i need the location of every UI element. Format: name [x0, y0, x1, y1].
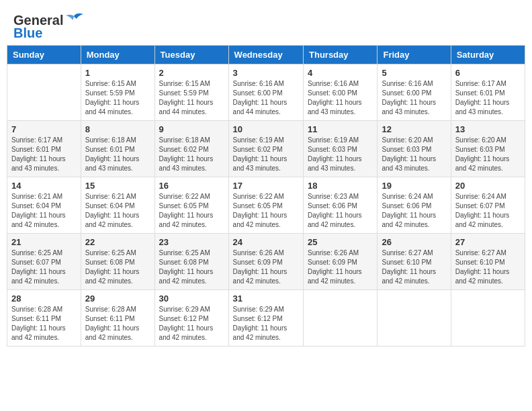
- calendar-cell: [304, 290, 378, 347]
- calendar-cell: 28 Sunrise: 6:28 AM Sunset: 6:11 PM Dayl…: [7, 290, 81, 347]
- daylight-text: Daylight: 11 hours and 42 minutes.: [455, 267, 521, 286]
- calendar-cell: 16 Sunrise: 6:22 AM Sunset: 6:05 PM Dayl…: [154, 177, 228, 234]
- sunrise-text: Sunrise: 6:16 AM: [233, 79, 299, 89]
- day-number: 4: [308, 68, 373, 78]
- sunset-text: Sunset: 6:09 PM: [308, 258, 373, 267]
- sunrise-text: Sunrise: 6:21 AM: [11, 192, 77, 201]
- calendar-cell: 7 Sunrise: 6:17 AM Sunset: 6:01 PM Dayli…: [7, 121, 81, 177]
- daylight-text: Daylight: 11 hours and 42 minutes.: [159, 267, 224, 286]
- daylight-text: Daylight: 11 hours and 43 minutes.: [85, 154, 150, 173]
- calendar-cell: [7, 64, 81, 121]
- sunrise-text: Sunrise: 6:23 AM: [308, 192, 373, 201]
- sunset-text: Sunset: 6:07 PM: [455, 201, 521, 211]
- day-info: Sunrise: 6:27 AM Sunset: 6:10 PM Dayligh…: [455, 248, 521, 286]
- sunset-text: Sunset: 6:12 PM: [233, 314, 299, 324]
- daylight-text: Daylight: 11 hours and 44 minutes.: [233, 98, 299, 117]
- sunrise-text: Sunrise: 6:19 AM: [308, 136, 373, 145]
- calendar-cell: 6 Sunrise: 6:17 AM Sunset: 6:01 PM Dayli…: [451, 64, 525, 121]
- sunrise-text: Sunrise: 6:15 AM: [85, 79, 150, 89]
- sunset-text: Sunset: 6:03 PM: [382, 145, 446, 154]
- calendar-week-row: 1 Sunrise: 6:15 AM Sunset: 5:59 PM Dayli…: [7, 64, 525, 121]
- day-info: Sunrise: 6:25 AM Sunset: 6:08 PM Dayligh…: [159, 248, 224, 286]
- calendar-cell: [378, 290, 451, 347]
- sunrise-text: Sunrise: 6:17 AM: [11, 136, 77, 145]
- day-number: 31: [233, 293, 299, 304]
- calendar-cell: 31 Sunrise: 6:29 AM Sunset: 6:12 PM Dayl…: [228, 290, 303, 347]
- daylight-text: Daylight: 11 hours and 42 minutes.: [11, 267, 77, 286]
- day-number: 17: [233, 181, 299, 191]
- daylight-text: Daylight: 11 hours and 42 minutes.: [85, 267, 150, 286]
- sunset-text: Sunset: 6:08 PM: [85, 258, 150, 267]
- weekday-header-row: SundayMondayTuesdayWednesdayThursdayFrid…: [7, 46, 525, 64]
- daylight-text: Daylight: 11 hours and 44 minutes.: [85, 98, 150, 117]
- calendar-week-row: 14 Sunrise: 6:21 AM Sunset: 6:04 PM Dayl…: [7, 177, 525, 234]
- day-info: Sunrise: 6:15 AM Sunset: 5:59 PM Dayligh…: [159, 79, 224, 117]
- sunrise-text: Sunrise: 6:29 AM: [159, 305, 224, 314]
- sunrise-text: Sunrise: 6:25 AM: [11, 248, 77, 258]
- daylight-text: Daylight: 11 hours and 42 minutes.: [85, 324, 150, 342]
- calendar-cell: [451, 290, 525, 347]
- calendar-cell: 19 Sunrise: 6:24 AM Sunset: 6:06 PM Dayl…: [378, 177, 451, 234]
- calendar-cell: 30 Sunrise: 6:29 AM Sunset: 6:12 PM Dayl…: [154, 290, 228, 347]
- sunrise-text: Sunrise: 6:16 AM: [382, 79, 446, 89]
- day-number: 15: [85, 181, 150, 191]
- day-number: 24: [233, 237, 299, 247]
- calendar-cell: 29 Sunrise: 6:28 AM Sunset: 6:11 PM Dayl…: [81, 290, 154, 347]
- sunset-text: Sunset: 6:11 PM: [85, 314, 150, 324]
- sunrise-text: Sunrise: 6:16 AM: [308, 79, 373, 89]
- calendar-week-row: 21 Sunrise: 6:25 AM Sunset: 6:07 PM Dayl…: [7, 234, 525, 290]
- day-number: 21: [11, 237, 77, 247]
- calendar-cell: 3 Sunrise: 6:16 AM Sunset: 6:00 PM Dayli…: [228, 64, 303, 121]
- day-number: 9: [159, 124, 224, 134]
- day-number: 1: [85, 68, 150, 78]
- calendar-week-row: 7 Sunrise: 6:17 AM Sunset: 6:01 PM Dayli…: [7, 121, 525, 177]
- sunset-text: Sunset: 5:59 PM: [159, 89, 224, 98]
- weekday-header-friday: Friday: [378, 46, 451, 64]
- day-info: Sunrise: 6:26 AM Sunset: 6:09 PM Dayligh…: [233, 248, 299, 286]
- sunrise-text: Sunrise: 6:26 AM: [308, 248, 373, 258]
- page-header: General Blue: [7, 7, 525, 41]
- day-info: Sunrise: 6:17 AM Sunset: 6:01 PM Dayligh…: [455, 79, 521, 117]
- sunrise-text: Sunrise: 6:28 AM: [85, 305, 150, 314]
- day-info: Sunrise: 6:19 AM Sunset: 6:02 PM Dayligh…: [233, 136, 299, 173]
- calendar-cell: 11 Sunrise: 6:19 AM Sunset: 6:03 PM Dayl…: [304, 121, 378, 177]
- sunrise-text: Sunrise: 6:28 AM: [11, 305, 77, 314]
- sunset-text: Sunset: 6:00 PM: [233, 89, 299, 98]
- calendar-cell: 15 Sunrise: 6:21 AM Sunset: 6:04 PM Dayl…: [81, 177, 154, 234]
- day-info: Sunrise: 6:22 AM Sunset: 6:05 PM Dayligh…: [159, 192, 224, 230]
- day-number: 26: [382, 237, 446, 247]
- daylight-text: Daylight: 11 hours and 42 minutes.: [233, 211, 299, 230]
- sunset-text: Sunset: 6:02 PM: [233, 145, 299, 154]
- calendar-cell: 17 Sunrise: 6:22 AM Sunset: 6:05 PM Dayl…: [228, 177, 303, 234]
- day-info: Sunrise: 6:21 AM Sunset: 6:04 PM Dayligh…: [85, 192, 150, 230]
- sunrise-text: Sunrise: 6:25 AM: [159, 248, 224, 258]
- day-info: Sunrise: 6:17 AM Sunset: 6:01 PM Dayligh…: [11, 136, 77, 173]
- daylight-text: Daylight: 11 hours and 42 minutes.: [308, 267, 373, 286]
- sunrise-text: Sunrise: 6:17 AM: [455, 79, 521, 89]
- sunrise-text: Sunrise: 6:20 AM: [382, 136, 446, 145]
- day-info: Sunrise: 6:25 AM Sunset: 6:07 PM Dayligh…: [11, 248, 77, 286]
- daylight-text: Daylight: 11 hours and 43 minutes.: [11, 154, 77, 173]
- daylight-text: Daylight: 11 hours and 42 minutes.: [233, 324, 299, 342]
- daylight-text: Daylight: 11 hours and 42 minutes.: [455, 211, 521, 230]
- sunrise-text: Sunrise: 6:27 AM: [382, 248, 446, 258]
- day-info: Sunrise: 6:18 AM Sunset: 6:02 PM Dayligh…: [159, 136, 224, 173]
- sunset-text: Sunset: 6:12 PM: [159, 314, 224, 324]
- sunrise-text: Sunrise: 6:18 AM: [159, 136, 224, 145]
- day-number: 13: [455, 124, 521, 134]
- day-number: 11: [308, 124, 373, 134]
- day-number: 8: [85, 124, 150, 134]
- calendar-cell: 8 Sunrise: 6:18 AM Sunset: 6:01 PM Dayli…: [81, 121, 154, 177]
- day-info: Sunrise: 6:16 AM Sunset: 6:00 PM Dayligh…: [233, 79, 299, 117]
- calendar-cell: 18 Sunrise: 6:23 AM Sunset: 6:06 PM Dayl…: [304, 177, 378, 234]
- sunrise-text: Sunrise: 6:24 AM: [382, 192, 446, 201]
- day-number: 18: [308, 181, 373, 191]
- day-info: Sunrise: 6:16 AM Sunset: 6:00 PM Dayligh…: [308, 79, 373, 117]
- day-number: 22: [85, 237, 150, 247]
- day-info: Sunrise: 6:27 AM Sunset: 6:10 PM Dayligh…: [382, 248, 446, 286]
- sunset-text: Sunset: 6:00 PM: [382, 89, 446, 98]
- day-number: 6: [455, 68, 521, 78]
- daylight-text: Daylight: 11 hours and 44 minutes.: [159, 98, 224, 117]
- calendar-cell: 12 Sunrise: 6:20 AM Sunset: 6:03 PM Dayl…: [378, 121, 451, 177]
- day-number: 23: [159, 237, 224, 247]
